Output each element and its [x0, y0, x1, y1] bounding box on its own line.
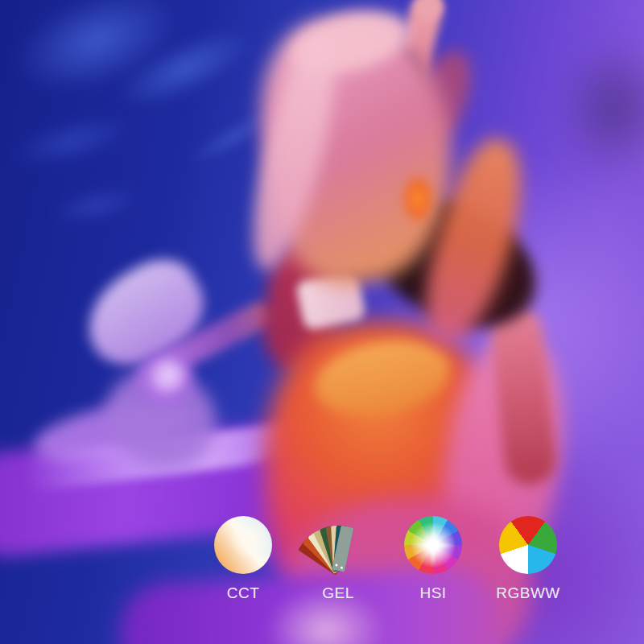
- feature-gel: GEL: [290, 516, 386, 602]
- cct-color-temperature-icon: [214, 516, 272, 574]
- gel-fan: [309, 516, 367, 574]
- hsi-center-glow: [404, 516, 462, 574]
- rgbww-mix-icon: [499, 516, 557, 574]
- glow-ray: [431, 523, 436, 567]
- hsi-color-wheel-icon: [404, 516, 462, 574]
- gel-swatch-fan-icon: [309, 516, 367, 574]
- shimmer-highlight: [149, 354, 189, 394]
- feature-label-hsi: HSI: [385, 584, 481, 602]
- feature-rgbww: RGBWW: [480, 516, 576, 602]
- feature-hsi: HSI: [385, 516, 481, 602]
- orange-light-spot: [401, 173, 435, 225]
- hero-photo: CCT GEL HSI: [0, 0, 644, 644]
- feature-label-rgbww: RGBWW: [480, 584, 576, 602]
- feature-label-gel: GEL: [290, 584, 386, 602]
- feature-cct: CCT: [195, 516, 291, 602]
- feature-label-cct: CCT: [195, 584, 291, 602]
